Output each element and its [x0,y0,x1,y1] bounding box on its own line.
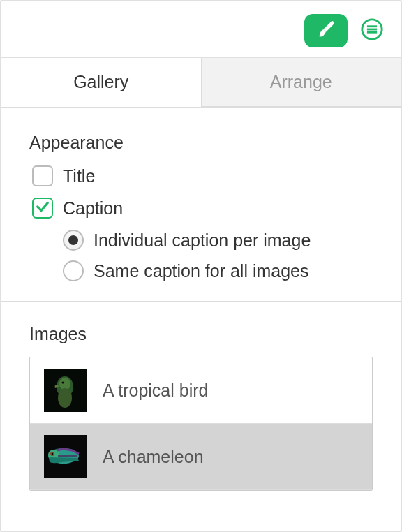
tab-arrange[interactable]: Arrange [202,58,401,107]
tab-gallery[interactable]: Gallery [1,58,202,107]
title-checkbox-row: Title [29,165,373,186]
toolbar [1,1,401,58]
images-section: Images A tropical bird [29,302,373,491]
images-list: A tropical bird [29,357,373,491]
bird-thumb-icon [44,369,87,412]
caption-checkbox[interactable] [32,198,53,219]
checkmark-icon [35,199,50,217]
menu-icon [360,17,384,44]
title-checkbox-label: Title [63,166,95,186]
radio-same[interactable] [63,260,84,281]
appearance-heading: Appearance [29,133,373,153]
svg-point-8 [58,388,72,408]
radio-individual[interactable] [63,230,84,251]
svg-point-7 [62,382,64,384]
content: Appearance Title Caption Individual capt… [1,108,401,531]
menu-button[interactable] [359,17,385,44]
image-caption-text: A tropical bird [103,380,208,401]
chameleon-thumb-icon [44,435,87,478]
svg-point-13 [52,453,53,455]
thumbnail [44,435,87,478]
title-checkbox[interactable] [32,165,53,186]
inspector-panel: Gallery Arrange Appearance Title Caption… [0,0,402,532]
list-item[interactable]: A tropical bird [30,357,372,424]
list-item[interactable]: A chameleon [30,424,372,490]
caption-checkbox-label: Caption [63,198,123,219]
radio-row-individual: Individual caption per image [63,230,373,251]
caption-mode-group: Individual caption per image Same captio… [29,230,373,281]
image-caption-text: A chameleon [103,447,204,467]
radio-same-label: Same caption for all images [94,261,308,281]
tabs: Gallery Arrange [1,58,401,108]
caption-checkbox-row: Caption [29,198,373,219]
radio-row-same: Same caption for all images [63,260,373,281]
format-button[interactable] [304,14,348,47]
brush-icon [315,19,336,43]
images-heading: Images [29,324,373,344]
radio-individual-label: Individual caption per image [94,230,311,251]
thumbnail [44,369,87,412]
